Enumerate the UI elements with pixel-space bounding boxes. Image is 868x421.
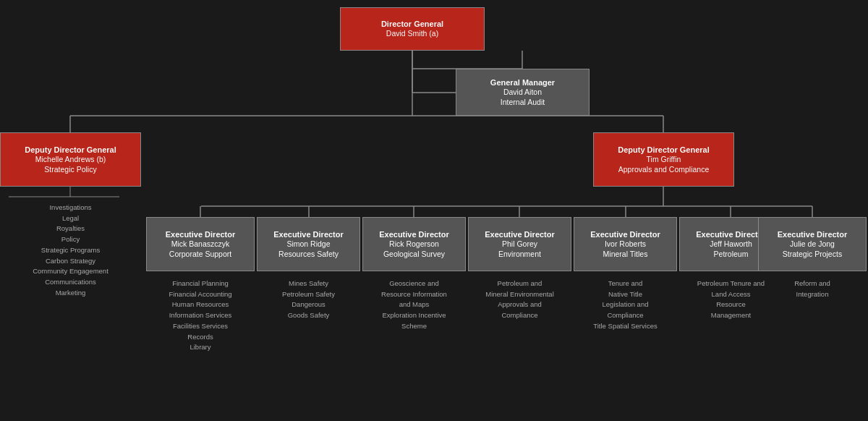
exec-ivor-name: Ivor Roberts — [605, 239, 646, 250]
exec-phil-title: Executive Director — [485, 229, 555, 239]
michelle-sub-list: Investigations Legal Royalties Policy St… — [7, 203, 134, 298]
exec-jeff-title: Executive Director — [696, 229, 766, 239]
mick-sub-list: Financial Planning Financial Accounting … — [146, 278, 255, 353]
gm-sub: Internal Audit — [501, 98, 545, 108]
gm-name: David Aiton — [503, 88, 542, 98]
phil-sub-list: Petroleum and Mineral Environmental Appr… — [468, 278, 571, 321]
exec-phil-sub: Environment — [498, 250, 541, 260]
exec-rick-name: Rick Rogerson — [389, 239, 439, 250]
exec-rick-title: Executive Director — [379, 229, 449, 239]
rick-sub-list: Geoscience and Resource Information and … — [362, 278, 466, 332]
exec-phil-name: Phil Gorey — [502, 239, 537, 250]
exec-mick-sub: Corporate Support — [169, 250, 231, 260]
org-chart: Director General David Smith (a) General… — [0, 0, 868, 14]
exec-julie-title: Executive Director — [778, 229, 848, 239]
general-manager-box: General Manager David Aiton Internal Aud… — [456, 69, 590, 116]
ddg-tim-box: Deputy Director General Tim Griffin Appr… — [593, 132, 734, 187]
exec-jeff-name: Jeff Haworth — [710, 239, 752, 250]
exec-rick-sub: Geological Survey — [383, 250, 445, 260]
julie-sub-list: Reform and Integration — [758, 278, 867, 299]
ddg-michelle-name: Michelle Andrews (b) — [35, 155, 106, 165]
exec-simon-name: Simon Ridge — [286, 239, 330, 250]
exec-phil-box: Executive Director Phil Gorey Environmen… — [468, 217, 571, 271]
ddg-michelle-sub: Strategic Policy — [44, 165, 96, 175]
ddg-tim-name: Tim Griffin — [647, 155, 681, 165]
exec-jeff-sub: Petroleum — [714, 250, 749, 260]
exec-mick-box: Executive Director Mick Banaszczyk Corpo… — [146, 217, 255, 271]
exec-simon-title: Executive Director — [273, 229, 344, 239]
exec-ivor-title: Executive Director — [590, 229, 660, 239]
exec-mick-title: Executive Director — [166, 229, 236, 239]
dg-name: David Smith (a) — [386, 29, 438, 39]
dg-title: Director General — [381, 19, 443, 29]
gm-title: General Manager — [490, 77, 555, 88]
exec-simon-sub: Resources Safety — [278, 250, 339, 260]
ddg-tim-sub: Approvals and Compliance — [618, 165, 710, 175]
exec-julie-box: Executive Director Julie de Jong Strateg… — [758, 217, 867, 271]
exec-simon-box: Executive Director Simon Ridge Resources… — [257, 217, 360, 271]
exec-ivor-sub: Mineral Titles — [603, 250, 648, 260]
ivor-sub-list: Tenure and Native Title Legislation and … — [574, 278, 677, 332]
exec-mick-name: Mick Banaszczyk — [171, 239, 230, 250]
simon-sub-list: Mines Safety Petroleum Safety Dangerous … — [257, 278, 360, 321]
exec-ivor-box: Executive Director Ivor Roberts Mineral … — [574, 217, 677, 271]
exec-rick-box: Executive Director Rick Rogerson Geologi… — [362, 217, 466, 271]
ddg-tim-title: Deputy Director General — [618, 145, 710, 155]
exec-julie-name: Julie de Jong — [790, 239, 835, 250]
director-general-box: Director General David Smith (a) — [340, 7, 485, 51]
ddg-michelle-box: Deputy Director General Michelle Andrews… — [0, 132, 141, 187]
exec-julie-sub: Strategic Projects — [783, 250, 842, 260]
ddg-michelle-title: Deputy Director General — [25, 145, 116, 155]
